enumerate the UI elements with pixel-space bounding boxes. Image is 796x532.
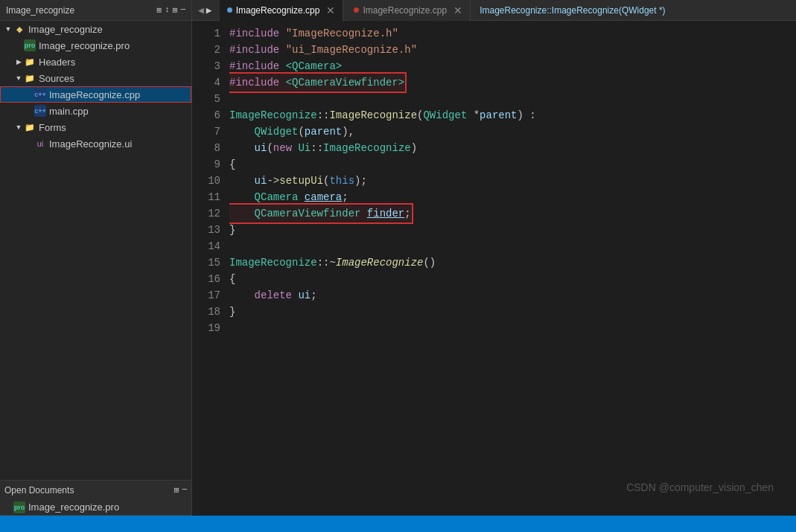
- sync-icon[interactable]: ↕: [165, 5, 170, 15]
- code-line-1: #include "ImageRecognize.h": [229, 25, 796, 42]
- open-doc-label: Image_recognize.pro: [28, 501, 119, 513]
- sidebar-item-imagerecognize-ui[interactable]: ui ImageRecognize.ui: [0, 135, 191, 152]
- tab-cpp-icon: [227, 7, 232, 13]
- top-bar-icons: ⊞ ↕ ⊞ ─: [157, 5, 185, 15]
- tab-imagerecognize-cpp-2[interactable]: ImageRecognize.cpp ✕: [346, 0, 471, 21]
- tab-imagerecognize-cpp[interactable]: ImageRecognize.cpp ✕: [220, 0, 344, 21]
- open-docs-icon2[interactable]: ─: [182, 485, 187, 495]
- code-line-11: QCamera camera;: [229, 189, 796, 205]
- back-arrow[interactable]: ◀: [198, 4, 204, 16]
- line-numbers: 1 2 3 4 5 6 7 8 9 10 11 12 13 14 15 16 1…: [192, 25, 229, 516]
- sidebar: ▼ ◆ Image_recognize pro Image_recognize.…: [0, 21, 192, 516]
- code-line-10: ui->setupUi(this);: [229, 173, 796, 189]
- sidebar-item-forms[interactable]: ▼ 📁 Forms: [0, 119, 191, 135]
- project-label: Image_recognize: [28, 24, 103, 35]
- code-line-9: {: [229, 156, 796, 173]
- code-line-2: #include "ui_ImageRecognize.h": [229, 42, 796, 58]
- projects-label: Image_recognize: [6, 5, 74, 16]
- sidebar-item-pro[interactable]: pro Image_recognize.pro: [0, 37, 191, 54]
- sidebar-item-sources[interactable]: ▼ 📁 Sources: [0, 70, 191, 86]
- main-cpp-icon: c++: [34, 105, 46, 117]
- forward-arrow[interactable]: ▶: [206, 4, 212, 16]
- code-line-5: [229, 91, 796, 107]
- ui-label: ImageRecognize.ui: [49, 138, 132, 150]
- code-line-15: ▼ ImageRecognize::~ImageRecognize(): [229, 254, 796, 271]
- sources-icon: 📁: [24, 72, 36, 84]
- status-bar: [0, 516, 796, 532]
- code-lines[interactable]: #include "ImageRecognize.h" #include "ui…: [229, 25, 796, 516]
- tab-cpp-label: ImageRecognize.cpp: [236, 5, 320, 16]
- cpp-icon: c++: [34, 89, 46, 100]
- code-line-12: QCameraViewfinder finder;: [229, 205, 796, 222]
- open-docs-label: Open Documents: [4, 485, 74, 496]
- top-bar-left: Image_recognize ⊞ ↕ ⊞ ─: [0, 0, 192, 20]
- code-line-4: #include <QCameraViewfinder>: [229, 74, 796, 91]
- open-doc-item[interactable]: pro Image_recognize.pro: [0, 499, 191, 516]
- sidebar-item-headers[interactable]: ▶ 📁 Headers: [0, 54, 191, 70]
- code-line-8: ▼ ui(new Ui::ImageRecognize): [229, 140, 796, 156]
- project-root[interactable]: ▼ ◆ Image_recognize: [0, 21, 191, 37]
- headers-arrow: ▶: [13, 58, 24, 65]
- code-line-17: delete ui;: [229, 287, 796, 304]
- cpp-label: ImageRecognize.cpp: [49, 89, 140, 100]
- sidebar-item-main-cpp[interactable]: c++ main.cpp: [0, 103, 191, 119]
- forms-arrow: ▼: [13, 124, 24, 131]
- sources-label: Sources: [39, 73, 74, 84]
- main-cpp-label: main.cpp: [49, 106, 89, 117]
- code-content: 1 2 3 4 5 6 7 8 9 10 11 12 13 14 15 16 1…: [192, 21, 796, 516]
- code-line-18: }: [229, 304, 796, 320]
- pro-icon: pro: [24, 39, 36, 51]
- code-line-7: QWidget(parent),: [229, 124, 796, 140]
- breadcrumb: ImageRecognize::ImageRecognize(QWidget *…: [480, 5, 665, 16]
- code-line-3: #include <QCamera>: [229, 58, 796, 74]
- top-bar-right: ◀ ▶ ImageRecognize.cpp ✕ ImageRecognize.…: [192, 0, 796, 20]
- open-docs-icon1[interactable]: ⊞: [174, 485, 179, 495]
- nav-arrows: ◀ ▶: [198, 4, 212, 16]
- project-icon: ◆: [13, 23, 25, 35]
- code-editor: 1 2 3 4 5 6 7 8 9 10 11 12 13 14 15 16 1…: [192, 21, 796, 516]
- main-content: ▼ ◆ Image_recognize pro Image_recognize.…: [0, 21, 796, 516]
- forms-label: Forms: [39, 122, 66, 133]
- project-arrow: ▼: [3, 25, 13, 33]
- ui-icon: ui: [34, 138, 46, 150]
- sidebar-item-imagerecognize-cpp[interactable]: c++ ImageRecognize.cpp: [0, 86, 191, 103]
- sources-arrow: ▼: [13, 74, 24, 82]
- code-line-19: [229, 320, 796, 336]
- pro-label: Image_recognize.pro: [39, 40, 130, 51]
- headers-label: Headers: [39, 57, 75, 68]
- forms-icon: 📁: [24, 121, 36, 133]
- open-docs-bar: Open Documents ⊞ ─: [0, 480, 191, 499]
- code-line-6: ImageRecognize::ImageRecognize(QWidget *…: [229, 107, 796, 124]
- code-line-14: [229, 238, 796, 254]
- top-bar: Image_recognize ⊞ ↕ ⊞ ─ ◀ ▶ ImageRecogni…: [0, 0, 796, 21]
- tab-cpp2-icon: [354, 7, 359, 13]
- pin-icon[interactable]: ─: [180, 5, 185, 15]
- expand-icon[interactable]: ⊞: [173, 5, 178, 15]
- headers-icon: 📁: [24, 56, 36, 68]
- tab-cpp2-label: ImageRecognize.cpp: [363, 5, 447, 16]
- tab-close2-icon[interactable]: ✕: [453, 4, 462, 16]
- filter-icon[interactable]: ⊞: [157, 5, 162, 15]
- open-doc-icon: pro: [13, 501, 25, 513]
- code-line-16: {: [229, 271, 796, 287]
- tab-close-icon[interactable]: ✕: [326, 4, 335, 16]
- code-line-13: }: [229, 222, 796, 238]
